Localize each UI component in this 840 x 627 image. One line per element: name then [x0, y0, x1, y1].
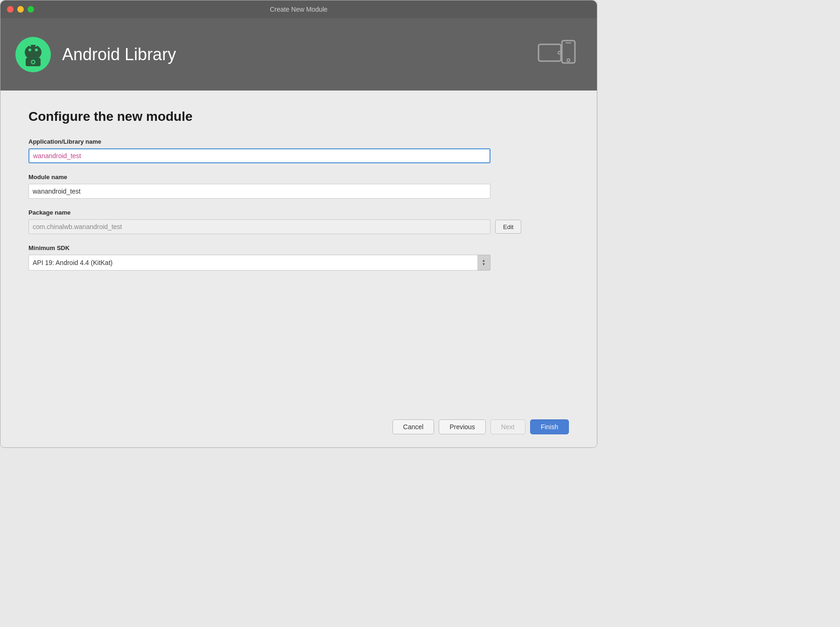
- app-name-input[interactable]: [28, 148, 490, 163]
- svg-point-3: [35, 49, 38, 51]
- close-button[interactable]: [7, 6, 14, 13]
- svg-point-8: [32, 61, 35, 63]
- edit-button[interactable]: Edit: [495, 220, 521, 234]
- android-logo: [14, 36, 52, 73]
- min-sdk-group: Minimum SDK API 19: Android 4.4 (KitKat): [28, 244, 569, 271]
- previous-button[interactable]: Previous: [439, 419, 485, 434]
- next-button: Next: [490, 419, 525, 434]
- svg-point-2: [28, 49, 31, 51]
- app-name-label: Application/Library name: [28, 138, 569, 145]
- app-name-group: Application/Library name: [28, 138, 569, 163]
- sdk-select-wrapper: API 19: Android 4.4 (KitKat): [28, 255, 490, 271]
- package-name-group: Package name com.chinalwb.wanandroid_tes…: [28, 209, 569, 234]
- module-name-group: Module name: [28, 174, 569, 199]
- package-name-label: Package name: [28, 209, 569, 216]
- spacer: [28, 281, 569, 415]
- svg-point-13: [558, 51, 561, 54]
- titlebar: Create New Module: [0, 0, 597, 18]
- main-content: Configure the new module Application/Lib…: [0, 91, 597, 448]
- window-title: Create New Module: [270, 6, 328, 13]
- min-sdk-label: Minimum SDK: [28, 244, 569, 251]
- svg-point-11: [567, 59, 570, 62]
- header-banner: Android Library: [0, 18, 597, 91]
- finish-button[interactable]: Finish: [530, 419, 569, 434]
- package-row: com.chinalwb.wanandroid_test Edit: [28, 219, 569, 234]
- cancel-button[interactable]: Cancel: [392, 419, 434, 434]
- minimize-button[interactable]: [17, 6, 24, 13]
- svg-rect-9: [562, 41, 575, 63]
- package-name-value: com.chinalwb.wanandroid_test: [28, 219, 490, 234]
- device-icons: [536, 36, 583, 73]
- min-sdk-select[interactable]: API 19: Android 4.4 (KitKat): [28, 255, 490, 271]
- header-left: Android Library: [14, 36, 176, 73]
- maximize-button[interactable]: [28, 6, 34, 13]
- section-title: Configure the new module: [28, 109, 569, 124]
- titlebar-buttons: [7, 6, 34, 13]
- device-icons-svg: [536, 36, 583, 73]
- header-title: Android Library: [62, 45, 176, 64]
- svg-rect-12: [539, 44, 561, 61]
- module-name-label: Module name: [28, 174, 569, 181]
- footer: Cancel Previous Next Finish: [28, 415, 569, 434]
- module-name-input[interactable]: [28, 184, 490, 199]
- svg-point-1: [25, 45, 42, 60]
